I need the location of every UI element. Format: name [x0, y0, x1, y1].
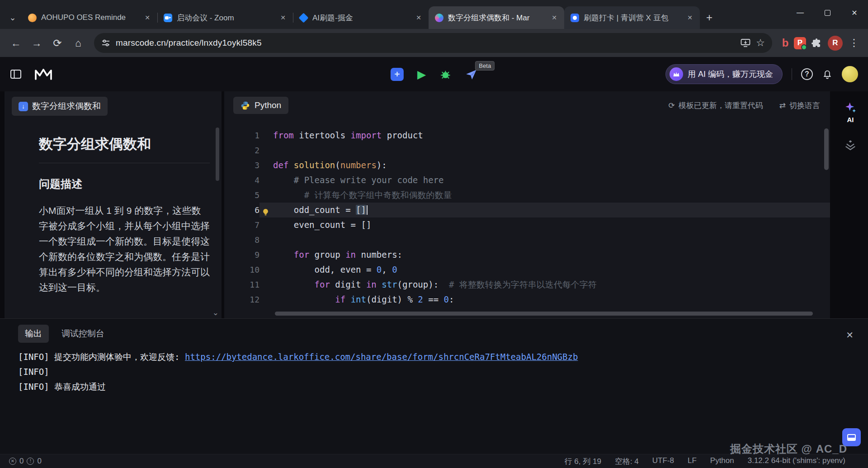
code-token: 2 [418, 294, 423, 304]
vertical-scrollbar[interactable] [824, 128, 829, 170]
browser-tab-doubao[interactable]: 刷题打卡 | 青训营 X 豆包✕ [564, 6, 700, 29]
code-token: def [273, 160, 288, 170]
horizontal-scrollbar[interactable] [275, 312, 813, 316]
code-token: from [273, 130, 294, 140]
code-token: for [294, 250, 309, 260]
code-token: == [423, 294, 444, 304]
url-text[interactable]: marscode.cn/practice/lnxdy1oykl58k5 [116, 38, 735, 48]
help-icon[interactable]: ? [801, 68, 813, 80]
switch-language-button[interactable]: ⇄ 切换语言 [779, 100, 820, 111]
code-token [288, 160, 293, 170]
tab-close-icon[interactable]: ✕ [684, 12, 695, 23]
site-settings-icon[interactable] [101, 38, 110, 47]
browser-menu-icon[interactable]: ⋮ [846, 37, 862, 49]
toggle-panel-button[interactable] [842, 428, 861, 446]
language-chip[interactable]: Python [233, 97, 288, 114]
status-items: 行 6, 列 19空格: 4UTF-8LFPython3.12.2 64-bit… [565, 456, 845, 467]
window-controls: — ✕ [787, 0, 868, 25]
code-line[interactable]: 2 [224, 143, 830, 158]
code-text: odd, even = 0, 0 [259, 262, 830, 277]
back-button[interactable]: ← [6, 33, 25, 52]
workspace: ↓ 数字分组求偶数和 数字分组求偶数和 问题描述 小M面对一组从 1 到 9 的… [0, 91, 868, 318]
new-tab-button[interactable]: + [700, 7, 719, 28]
sidebar-toggle-icon[interactable] [10, 69, 22, 80]
forward-button[interactable]: → [27, 33, 46, 52]
code-line[interactable]: 5 # 计算每个数字组中奇数和偶数的数量 [224, 188, 830, 203]
status-item[interactable]: 行 6, 列 19 [565, 456, 601, 467]
code-token: 0 [377, 265, 382, 274]
code-line[interactable]: 7 even_count = [] [224, 217, 830, 232]
home-button[interactable]: ⌂ [69, 33, 88, 52]
warning-circle-icon: ! [27, 458, 34, 465]
rail-secondary-icon[interactable] [844, 139, 856, 152]
problem-title-chip[interactable]: ↓ 数字分组求偶数和 [12, 97, 108, 116]
code-line[interactable]: 1from itertools import product [224, 128, 830, 143]
close-window-button[interactable]: ✕ [841, 0, 868, 25]
run-button[interactable]: ▶ [417, 68, 426, 81]
code-line[interactable]: 8 [224, 232, 830, 247]
tab-search-button[interactable]: ⌄ [4, 7, 22, 28]
ai-promo-button[interactable]: 用 AI 编码，赚万元现金 [665, 64, 783, 84]
bing-extension-icon[interactable]: b [778, 37, 792, 49]
add-testcase-button[interactable]: + [391, 68, 404, 81]
code-text: # Please write your code here [259, 173, 830, 188]
code-token: even_count = [] [273, 220, 371, 230]
notifications-bell-icon[interactable] [822, 69, 833, 80]
bookmark-star-icon[interactable]: ☆ [756, 37, 765, 49]
status-item[interactable]: 3.12.2 64-bit ('shims': pyenv) [748, 456, 845, 467]
debug-button[interactable] [439, 68, 452, 80]
back-icon: ← [11, 37, 21, 49]
problems-indicator[interactable]: ✕ 0 ! 0 [9, 457, 42, 466]
log-link[interactable]: https://bytedance.larkoffice.com/share/b… [185, 352, 578, 362]
log-line: [INFO] 提交功能内测体验中，欢迎反馈: https://bytedance… [18, 350, 850, 364]
status-item[interactable]: LF [688, 456, 697, 467]
address-bar[interactable]: marscode.cn/practice/lnxdy1oykl58k5 ☆ [94, 33, 772, 53]
status-item[interactable]: 空格: 4 [615, 456, 639, 467]
browser-tab-marscode[interactable]: 数字分组求偶数和 - Mar✕ [429, 6, 564, 29]
install-app-icon[interactable] [741, 38, 750, 47]
browser-tab-juejin[interactable]: AI刷题-掘金✕ [293, 6, 429, 29]
problem-scrollbar[interactable] [216, 128, 219, 181]
code-token: numbers [340, 160, 377, 170]
code-lines[interactable]: 1from itertools import product23def solu… [224, 126, 830, 318]
code-text: even_count = [] [259, 217, 830, 232]
p-extension-icon[interactable]: P [794, 37, 806, 49]
code-line[interactable]: 6 odd_count = [] [224, 203, 830, 217]
code-token: odd_count = [273, 205, 356, 215]
tab-close-icon[interactable]: ✕ [278, 12, 288, 23]
extensions-puzzle-icon[interactable] [808, 38, 824, 48]
console-close-icon[interactable]: ✕ [846, 330, 854, 340]
status-item[interactable]: UTF-8 [652, 456, 674, 467]
code-line[interactable]: 4 # Please write your code here [224, 173, 830, 188]
tab-close-icon[interactable]: ✕ [549, 12, 560, 23]
code-token: in [345, 250, 356, 260]
line-number: 2 [224, 143, 259, 158]
code-token: # Please write your code here [294, 175, 444, 185]
ai-assistant-button[interactable]: AI [843, 101, 858, 123]
code-line[interactable]: 9 for group in numbers: [224, 247, 830, 262]
refresh-button[interactable]: ⟳ [48, 33, 67, 52]
code-line[interactable]: 11 for digit in str(group): # 将整数转换为字符串以… [224, 277, 830, 292]
tab-close-icon[interactable]: ✕ [142, 12, 153, 23]
browser-profile-avatar[interactable]: R [828, 36, 843, 51]
reset-code-button[interactable]: ⟳ 模板已更新，请重置代码 [669, 100, 763, 111]
beta-badge: Beta [475, 61, 495, 71]
marscode-logo[interactable] [33, 67, 53, 81]
code-line[interactable]: 3def solution(numbers): [224, 158, 830, 173]
submit-button[interactable]: Beta [465, 68, 477, 80]
marscode-favicon [435, 14, 443, 22]
tab-output[interactable]: 输出 [18, 325, 49, 343]
scroll-down-chevron-icon[interactable]: ⌄ [212, 308, 219, 317]
tab-debug-console[interactable]: 调试控制台 [61, 328, 104, 340]
status-item[interactable]: Python [710, 456, 734, 467]
template-notice-label: 模板已更新，请重置代码 [679, 100, 763, 111]
code-line[interactable]: 10 odd, even = 0, 0 [224, 262, 830, 277]
code-line[interactable]: 12 if int(digit) % 2 == 0: [224, 292, 830, 307]
browser-tab-zoom[interactable]: 启动会议 - Zoom✕ [157, 6, 293, 29]
minimize-button[interactable]: — [787, 0, 814, 25]
browser-tab-aohupo[interactable]: AOHUPO OES Reminde✕ [22, 6, 157, 29]
user-avatar[interactable] [842, 66, 858, 82]
maximize-button[interactable] [814, 0, 841, 25]
problem-icon: ↓ [19, 102, 28, 111]
tab-close-icon[interactable]: ✕ [413, 12, 424, 23]
